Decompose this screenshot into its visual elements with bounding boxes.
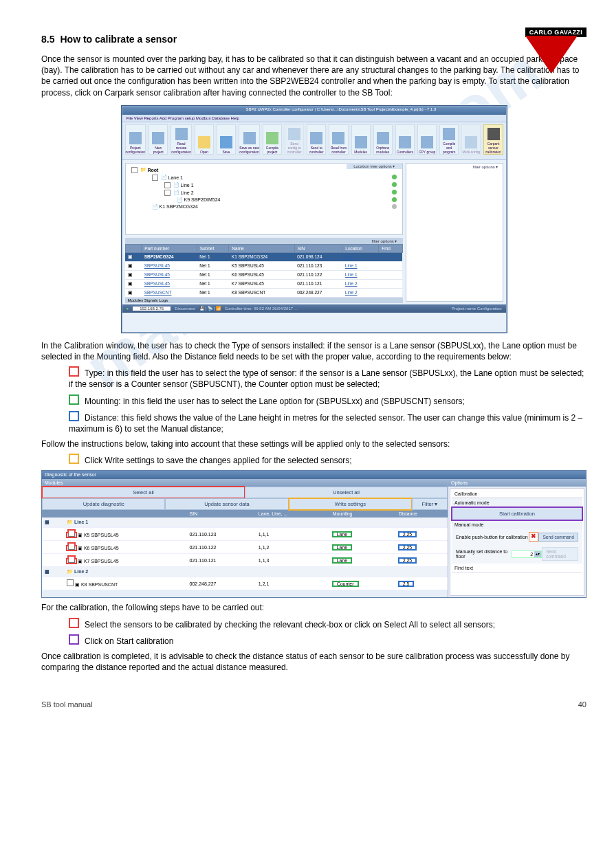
brand-logo: CARLO GAVAZZI	[525, 27, 586, 74]
calibration-tab[interactable]: Calibration	[452, 490, 582, 498]
distance-spinner[interactable]: ▴▾	[512, 550, 542, 558]
menu-bar[interactable]: File View Reports Add Program setup Modb…	[122, 115, 506, 122]
automatic-mode-label: Automatic mode	[452, 498, 582, 507]
ribbon-orphans[interactable]: Orphans modules	[373, 124, 393, 155]
body-text: For the calibration, the following steps…	[41, 602, 586, 613]
ribbon-toolbar: Project configuration New project Read r…	[122, 122, 506, 160]
screenshot-diagnostic: Diagnostic of the sensor Modules Select …	[41, 470, 586, 598]
group-row: ▦📁 Line 1	[42, 518, 448, 528]
unselect-all-button[interactable]: Unselect all	[245, 487, 448, 498]
legend-write: Click Write settings to save the changes…	[69, 454, 586, 466]
page-footer: SB tool manual40	[41, 700, 586, 709]
brand-text: CARLO GAVAZZI	[525, 27, 586, 37]
options-header: Options	[448, 479, 586, 487]
ribbon-carpark-calibration[interactable]: Carpark sensor calibration	[483, 124, 503, 155]
modules-header: Modules	[42, 479, 448, 487]
legend-distance: Distance: this field shows the value of …	[69, 411, 586, 434]
manual-distance-row: Manually set distance to floor ▴▾ Send c…	[452, 544, 582, 564]
update-diagnostic-button[interactable]: Update diagnostic	[42, 498, 165, 510]
table-tabs[interactable]: Modules Signals Logs	[125, 298, 403, 303]
diag-title: Diagnostic of the sensor	[42, 471, 586, 479]
ribbon-saveas[interactable]: Save as new configuration	[239, 124, 260, 155]
screenshot-configurator: manualshive.com SBP2 UWP2x Controller co…	[121, 105, 507, 333]
modules-table[interactable]: Part numberSubnetNameSINLocationFind ▣SB…	[125, 244, 403, 298]
body-text: In the Calibration window, the user has …	[41, 340, 586, 362]
table-row: ▣ K8 SBPSUSCNT002.248.2271,2,1Counter2.5	[42, 577, 448, 590]
body-text: Once calibration is completed, it is adv…	[41, 651, 586, 673]
send-command-button-2[interactable]: Send command	[542, 547, 578, 561]
section-heading: 8.5How to calibrate a sensor	[41, 27, 586, 47]
table-row: ▣SBPSUSCNTNet 1K8 SBPSUSCNT002.248.227Li…	[125, 288, 402, 297]
send-command-button[interactable]: Send command	[538, 533, 578, 542]
ribbon-open[interactable]: Open	[195, 124, 214, 155]
manual-mode-label: Manual mode	[452, 520, 582, 529]
ribbon-modules[interactable]: Modules	[351, 124, 371, 155]
filter-dropdown[interactable]: Filter ▾	[412, 498, 448, 510]
legend-type: Type: in this field the user has to sele…	[69, 366, 586, 390]
app-titlebar: SBP2 UWP2x Controller configurator | C:\…	[122, 107, 506, 115]
ribbon-readfrom[interactable]: Read from controller	[329, 124, 348, 155]
legend-start: Click on Start calibration	[69, 634, 586, 647]
legend-mounting: Mounting: in this field the user has to …	[69, 394, 586, 407]
status-bar: ● 192.168.2.76 Disconnect 💾 | 📡 | 📶 Cont…	[122, 304, 506, 313]
ribbon-sendto[interactable]: Send to controller	[307, 124, 326, 155]
start-calibration-button[interactable]: Start calibration	[452, 507, 582, 520]
group-row: ▦📁 Line 2	[42, 567, 448, 577]
ribbon-save[interactable]: Save	[217, 124, 236, 155]
find-text-label: Find text	[452, 564, 582, 572]
ribbon-multi[interactable]: Multi-config	[461, 124, 481, 155]
body-text: Follow the instructions below, taking in…	[41, 438, 586, 449]
ribbon-controllers[interactable]: Controllers	[395, 124, 415, 155]
table-row: ▣SBPSUSL45Net 1K7 SBPSUSL45021.110.121Li…	[125, 279, 402, 288]
x-icon: ✖	[529, 532, 538, 542]
ribbon-compilezigbee[interactable]: Compile and program	[439, 124, 459, 155]
table-row: ▣ K7 SBPSUSL45021.110.1211,1,3Lane2.25	[42, 554, 448, 567]
intro-para: Once the sensor is mounted over the park…	[41, 54, 586, 98]
table-row: ▣SBPSUSL45Net 1K5 SBPSUSL45021.110.123Li…	[125, 261, 402, 270]
functions-pane: filter options ▾	[406, 163, 503, 302]
enable-pushbutton-row: Enable push-button for calibration ✖ Sen…	[452, 529, 582, 544]
ribbon-cpy[interactable]: CPY group	[417, 124, 437, 155]
update-sensor-data-button[interactable]: Update sensor data	[165, 498, 288, 510]
triangle-icon	[525, 36, 578, 74]
ribbon-compile[interactable]: Compile project	[263, 124, 282, 155]
select-all-button[interactable]: Select all	[42, 487, 245, 498]
table-row: ▣SBP2MCG324Net 1K1 SBP2MCG324021.098.124…	[125, 252, 402, 261]
legend-select: Select the sensors to be calibrated by c…	[69, 618, 586, 630]
table-row: ▣ K5 SBPSUSL45021.110.1231,1,1Lane2.25	[42, 528, 448, 541]
ribbon-new-project[interactable]: New project	[149, 124, 168, 155]
table-row: ▣SBPSUSL45Net 1K6 SBPSUSL45021.110.122Li…	[125, 270, 402, 279]
modules-panel-opts[interactable]: filter options ▾	[125, 238, 403, 244]
diagnostic-table[interactable]: SINLane, Line, ...MountingDistance ▦📁 Li…	[42, 510, 448, 590]
ribbon-send[interactable]: Send config to controller	[285, 124, 304, 155]
ribbon-read[interactable]: Read remote configuration	[171, 124, 192, 155]
table-row: ▣ K6 SBPSUSL45021.110.1221,1,2Lane2.25	[42, 541, 448, 554]
write-settings-button[interactable]: Write settings	[289, 498, 412, 510]
ribbon-project-config[interactable]: Project configuration	[125, 124, 146, 155]
location-tree[interactable]: Location tree options ▾ 📁 Root 📄 Lane 1 …	[125, 163, 403, 235]
